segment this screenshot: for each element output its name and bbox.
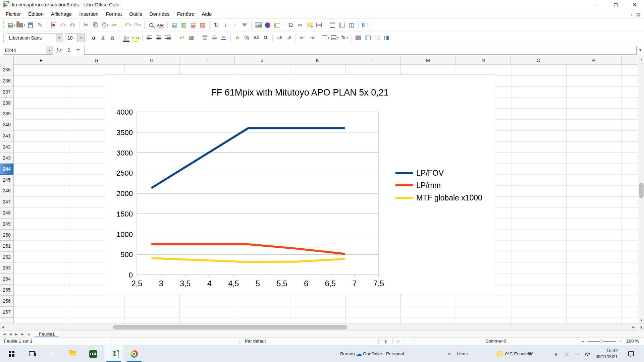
menu-donnees[interactable]: Données [146, 10, 173, 18]
sheet-tab-feuille1[interactable]: Feuille1 [35, 331, 59, 337]
sidebar-button[interactable]: ◨ [382, 33, 391, 43]
chevron-down-icon[interactable]: ▾ [130, 23, 131, 27]
close-button[interactable]: ✕ [625, 0, 644, 9]
insert-column-after-button[interactable]: ▥ [179, 20, 188, 30]
menu-edition[interactable]: Édition [24, 10, 47, 18]
row-header-250[interactable]: 250 [0, 230, 13, 241]
redo-button[interactable]: ↷▾ [133, 20, 142, 30]
previous-sheet-icon[interactable]: ◀ [7, 333, 13, 336]
onedrive-icon[interactable]: ☁ [355, 345, 363, 362]
conditional-formatting-button[interactable] [354, 33, 363, 43]
tray-chevron-icon[interactable]: ∧ [552, 345, 560, 362]
taskbar-file-explorer-button[interactable] [63, 345, 82, 362]
row-header-248[interactable]: 248 [0, 207, 13, 219]
row-header-239[interactable]: 239 [0, 108, 13, 119]
headers-footers-button[interactable] [328, 20, 337, 30]
taskbar-dropbox-button[interactable]: ❖ [43, 345, 62, 362]
freeze-panes-button[interactable] [363, 33, 372, 43]
sort-descending-button[interactable]: ↑ [231, 20, 239, 30]
row-header-240[interactable]: 240 [0, 119, 13, 130]
taskbar-chrome-button[interactable] [125, 345, 144, 362]
edit-mode-button[interactable]: ✎ [36, 20, 44, 30]
menu-aide[interactable]: Aide [198, 10, 215, 18]
chevron-down-icon[interactable]: ▾ [24, 23, 25, 27]
scroll-left-icon[interactable]: ◀ [0, 324, 6, 330]
row-header-249[interactable]: 249 [0, 219, 13, 230]
toolbar-grip[interactable] [3, 34, 5, 42]
insert-hyperlink-button[interactable]: ∞ [296, 20, 305, 30]
borders-button[interactable]: ▾ [321, 33, 330, 43]
scroll-down-icon[interactable]: ▼ [638, 317, 644, 323]
clock[interactable]: 15:42 09/11/2021 [594, 348, 618, 360]
indent-increase-button[interactable]: ⇥ [308, 33, 316, 43]
open-button[interactable]: ▾ [16, 20, 25, 30]
taskbar-task-view-button[interactable] [22, 345, 41, 362]
align-vcenter-button[interactable] [210, 33, 219, 43]
row-header-252[interactable]: 252 [0, 252, 13, 263]
find-replace-button[interactable] [147, 20, 156, 30]
minimize-button[interactable]: – [588, 0, 606, 9]
column-header-H[interactable]: H [124, 56, 179, 64]
remove-decimal-button[interactable]: -.0 [284, 33, 293, 43]
selection-mode-icon[interactable]: ▮ [384, 339, 387, 344]
horizontal-scroll-thumb[interactable] [113, 325, 347, 329]
insert-pivot-table-button[interactable] [273, 20, 281, 30]
chevron-down-icon[interactable]: ▾ [337, 36, 339, 40]
chevron-down-icon[interactable]: ▾ [77, 34, 84, 42]
zoom-out-button[interactable]: – [582, 339, 584, 344]
chevron-down-icon[interactable]: ▾ [328, 36, 329, 40]
column-header-O[interactable]: O [511, 56, 566, 64]
expand-formula-bar-icon[interactable]: ▼ [637, 48, 644, 52]
split-button[interactable]: ◫ [373, 33, 381, 43]
links-toolbar-label[interactable]: Liens [455, 345, 470, 362]
chevron-down-icon[interactable]: ▾ [346, 36, 348, 40]
wifi-icon[interactable] [584, 345, 592, 362]
date-format-button[interactable]: 31 [261, 33, 270, 43]
row-header-253[interactable]: 253 [0, 262, 13, 274]
row-header-247[interactable]: 247 [0, 196, 13, 207]
merge-cells-button[interactable]: ▦ [187, 33, 196, 43]
wrap-text-button[interactable]: ↩ [177, 33, 186, 43]
font-name-combobox[interactable]: Liberation Sans ▾ [7, 34, 63, 42]
delete-row-button[interactable]: ▤ [189, 20, 198, 30]
horizontal-scrollbar[interactable]: ◀ ▶ ▮ [0, 323, 644, 330]
row-header-235[interactable]: 235 [0, 64, 13, 75]
chart-object[interactable]: FF 61Mpix with Mitutoyo APO PLAN 5x 0,21… [105, 74, 495, 294]
menu-fichier[interactable]: Fichier [2, 10, 24, 18]
split-handle[interactable]: ▮ [638, 324, 644, 330]
row-header-246[interactable]: 246 [0, 185, 13, 196]
row-header-236[interactable]: 236 [0, 75, 13, 86]
zoom-slider-thumb[interactable] [600, 340, 603, 343]
undo-button[interactable]: ↶▾ [124, 20, 132, 30]
highlight-color-button[interactable]: ▭▾ [131, 33, 140, 43]
align-top-button[interactable] [201, 33, 209, 43]
add-decimal-button[interactable]: +.0 [275, 33, 284, 43]
align-right-button[interactable] [164, 33, 172, 43]
paste-button[interactable]: ⎗▾ [101, 20, 109, 30]
menu-format[interactable]: Format [102, 10, 126, 18]
form-controls-button[interactable] [361, 20, 370, 30]
weather-sun-icon[interactable] [496, 345, 504, 362]
sort-ascending-button[interactable]: ↓ [221, 20, 230, 30]
document-modified-icon[interactable]: ✓ [396, 339, 400, 344]
chevron-down-icon[interactable]: ▾ [139, 23, 141, 27]
italic-button[interactable]: a [99, 33, 107, 43]
row-header-244[interactable]: 244 [0, 164, 13, 175]
next-sheet-icon[interactable]: ▶ [13, 333, 19, 336]
onedrive-label[interactable]: OneDrive - Personal [363, 345, 413, 362]
indent-decrease-button[interactable]: ⇤ [298, 33, 307, 43]
row-header-243[interactable]: 243 [0, 153, 13, 164]
column-header-N[interactable]: N [456, 56, 511, 64]
clone-formatting-button[interactable]: ✑ [110, 20, 119, 30]
menu-fenetre[interactable]: Fenêtre [173, 10, 198, 18]
column-header-L[interactable]: L [345, 56, 400, 64]
insert-text-box-button[interactable] [315, 20, 323, 30]
menu-affichage[interactable]: Affichage [47, 10, 75, 18]
row-header-237[interactable]: 237 [0, 86, 13, 98]
last-sheet-icon[interactable]: ▶ [19, 333, 25, 336]
scroll-up-icon[interactable]: ▲ [638, 56, 644, 62]
row-header-245[interactable]: 245 [0, 175, 13, 186]
formula-input[interactable] [84, 46, 637, 55]
percent-format-button[interactable]: % [243, 33, 251, 43]
spelling-button[interactable]: Abc [156, 20, 165, 30]
